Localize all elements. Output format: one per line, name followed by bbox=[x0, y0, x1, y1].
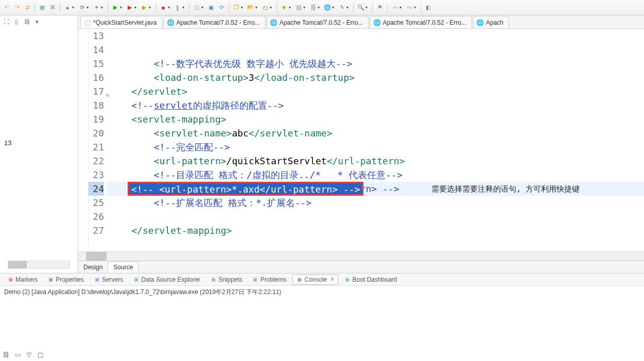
outline-icon[interactable]: ▦ bbox=[38, 3, 47, 12]
code-line[interactable]: <!--servlet的虚拟路径的配置--> bbox=[107, 98, 644, 112]
editor-tab-4[interactable]: 🌐Apach bbox=[473, 16, 509, 28]
debug-icon[interactable]: ✶ bbox=[92, 3, 101, 12]
build-icon[interactable]: ◫ bbox=[192, 3, 201, 12]
redo-icon[interactable]: ↷ bbox=[12, 3, 22, 12]
view-tab-properties[interactable]: ▣Properties bbox=[43, 274, 88, 285]
wand-icon[interactable]: ✎ bbox=[337, 3, 346, 12]
code-line[interactable]: <servlet-name>abc</servlet-name> bbox=[107, 126, 644, 140]
profile-icon-dropdown[interactable]: ▾ bbox=[134, 5, 138, 10]
code-line[interactable]: <!--完全匹配--> bbox=[107, 140, 644, 154]
view-tab-console[interactable]: ▣Console✕ bbox=[292, 274, 338, 285]
back-icon-dropdown[interactable]: ▾ bbox=[399, 5, 404, 10]
view-tab-boot-dashboard[interactable]: ▣Boot Dashboard bbox=[340, 274, 401, 285]
coverage-icon-dropdown[interactable]: ▾ bbox=[149, 5, 153, 10]
line-number: 19 bbox=[89, 112, 104, 126]
close-icon[interactable]: ✕ bbox=[330, 276, 335, 283]
open-icon[interactable]: 📂 bbox=[246, 3, 255, 12]
earth-icon[interactable]: 🌐 bbox=[323, 3, 332, 12]
editor-tab-1[interactable]: 🌐Apache Tomcat/7.0.52 - Erro... bbox=[163, 16, 266, 28]
back-icon[interactable]: ⇦ bbox=[390, 3, 399, 12]
code-line[interactable]: </servlet> bbox=[107, 84, 644, 98]
code-line[interactable]: <!--扩展名匹配 格式：*.扩展名--> bbox=[107, 196, 644, 210]
code-line[interactable] bbox=[107, 237, 644, 251]
design-tab[interactable]: Design bbox=[78, 262, 108, 272]
play-icon[interactable]: ▶ bbox=[111, 3, 120, 12]
line-number: 15 bbox=[89, 57, 104, 71]
editor-hscroll[interactable] bbox=[78, 251, 644, 261]
folder-icon-dropdown[interactable]: ▾ bbox=[270, 5, 274, 10]
editor-tab-2[interactable]: 🌐Apache Tomcat/7.0.52 - Erro... bbox=[267, 16, 369, 28]
code-line[interactable]: <!--数字代表优先级 数字越小 优先级越大--> bbox=[107, 57, 644, 71]
search-icon[interactable]: 🔍 bbox=[356, 3, 365, 12]
db-icon-dropdown[interactable]: ▾ bbox=[318, 5, 322, 10]
left-scrollbar[interactable] bbox=[0, 261, 78, 270]
earth-icon-dropdown[interactable]: ▾ bbox=[332, 5, 336, 10]
view-tab-snippets[interactable]: ▣Snippets bbox=[206, 274, 246, 285]
folder-icon[interactable]: 🗀 bbox=[260, 3, 270, 12]
selected-comment-line[interactable]: <!-- <url-pattern>*.axd</url-pattern> --… bbox=[128, 182, 363, 196]
properties-icon: ▣ bbox=[47, 276, 54, 283]
search-icon-dropdown[interactable]: ▾ bbox=[365, 5, 370, 10]
package-icon[interactable]: ▣ bbox=[206, 3, 216, 12]
collapse-icon[interactable]: ▯ bbox=[12, 18, 21, 26]
run-icon[interactable]: ● bbox=[63, 3, 72, 12]
flag-icon[interactable]: ⚑ bbox=[375, 3, 385, 12]
pause-icon-dropdown[interactable]: ▾ bbox=[182, 5, 186, 10]
stop-icon[interactable]: ■ bbox=[159, 3, 168, 12]
menu-icon-left[interactable]: ▾ bbox=[33, 18, 41, 26]
minimize-icon[interactable]: ▽ bbox=[25, 351, 33, 359]
view-tab-markers[interactable]: ▣Markers bbox=[3, 274, 41, 285]
console-icon: ▣ bbox=[296, 276, 303, 283]
code-body[interactable]: <!--数字代表优先级 数字越小 优先级越大--> <load-on-start… bbox=[107, 29, 644, 251]
view-menu-icon[interactable]: ▭ bbox=[13, 351, 22, 359]
code-editor[interactable]: 131415161718192021222324252627 <!--数字代表优… bbox=[78, 29, 644, 251]
db-icon[interactable]: 🗄 bbox=[308, 3, 318, 12]
new-icon-dropdown[interactable]: ▾ bbox=[241, 5, 245, 10]
star-icon[interactable]: ★ bbox=[280, 3, 289, 12]
link-icon[interactable]: ⛓ bbox=[294, 3, 303, 12]
star-icon-dropdown[interactable]: ▾ bbox=[289, 5, 293, 10]
sync-icon-dropdown[interactable]: ▾ bbox=[86, 5, 91, 10]
wand-icon-dropdown[interactable]: ▾ bbox=[346, 5, 351, 10]
play-icon-dropdown[interactable]: ▾ bbox=[120, 5, 124, 10]
sync-icon[interactable]: ⟳ bbox=[77, 3, 86, 12]
line-number: 25 bbox=[89, 196, 104, 210]
view-tab-problems[interactable]: ▣Problems bbox=[248, 274, 290, 285]
profile-icon[interactable]: ▶ bbox=[125, 3, 134, 12]
code-line[interactable]: <load-on-startup>3</load-on-startup> bbox=[107, 71, 644, 84]
view-tab-servers[interactable]: ▣Servers bbox=[90, 274, 127, 285]
undo-icon[interactable]: ↶ bbox=[2, 3, 11, 12]
link-icon-dropdown[interactable]: ▾ bbox=[303, 5, 307, 10]
fwd-icon[interactable]: ⇨ bbox=[405, 3, 414, 12]
stop-icon-dropdown[interactable]: ▾ bbox=[168, 5, 172, 10]
open-icon-dropdown[interactable]: ▾ bbox=[255, 5, 259, 10]
pause-icon[interactable]: ‖ bbox=[173, 3, 182, 12]
link-mode-icon[interactable]: ⛓ bbox=[2, 351, 10, 359]
run-icon-dropdown[interactable]: ▾ bbox=[72, 5, 76, 10]
editor-tab-0[interactable]: ⬚*QuickStartServlet.java bbox=[80, 16, 162, 28]
fwd-icon-dropdown[interactable]: ▾ bbox=[414, 5, 418, 10]
fold-gutter[interactable] bbox=[78, 29, 89, 251]
maximize-icon[interactable]: ▢ bbox=[36, 351, 44, 359]
code-line[interactable]: <servlet-mapping> bbox=[107, 112, 644, 126]
hierarchy-icon[interactable]: ⛶ bbox=[2, 18, 10, 26]
view-tab-data-source-explorer[interactable]: ▣Data Source Explorer bbox=[129, 274, 204, 285]
code-line[interactable]: <!--目录匹配 格式：/虚拟的目录../* * 代表任意--> bbox=[107, 168, 644, 182]
split-icon[interactable]: ◧ bbox=[424, 3, 433, 12]
console-body[interactable] bbox=[0, 299, 644, 348]
build-icon-dropdown[interactable]: ▾ bbox=[201, 5, 205, 10]
switch-icon[interactable]: ⇄ bbox=[23, 3, 32, 12]
refresh-icon[interactable]: ⟳ bbox=[217, 3, 226, 12]
boot-dashboard-icon: ▣ bbox=[344, 276, 351, 283]
debug-icon-dropdown[interactable]: ▾ bbox=[101, 5, 105, 10]
code-line[interactable]: </servlet-mapping> bbox=[107, 224, 644, 237]
coverage-icon[interactable]: ▶ bbox=[140, 3, 149, 12]
tree-icon[interactable]: ⌘ bbox=[48, 3, 57, 12]
main-toolbar: ↶↷⇄▦⌘●▾⟳▾✶▾▶▾▶▾▶▾■▾‖▾◫▾▣⟳❐▾📂▾🗀▾★▾⛓▾🗄▾🌐▾✎… bbox=[0, 0, 644, 15]
link-icon-left[interactable]: ⛓ bbox=[23, 18, 31, 26]
editor-tab-3[interactable]: 🌐Apache Tomcat/7.0.52 - Erro... bbox=[370, 16, 472, 28]
new-icon[interactable]: ❐ bbox=[232, 3, 241, 12]
source-tab[interactable]: Source bbox=[108, 262, 138, 272]
code-line[interactable] bbox=[107, 210, 644, 224]
code-line[interactable]: <url-pattern>/quickStartServlet</url-pat… bbox=[107, 154, 644, 168]
